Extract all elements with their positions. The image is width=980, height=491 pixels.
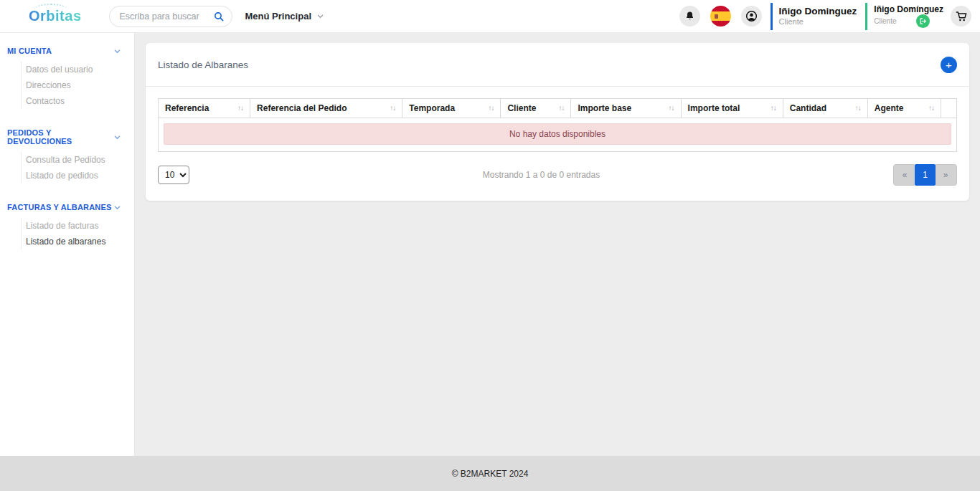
card-body: ↑↓Referencia ↑↓Referencia del Pedido ↑↓T… [146, 87, 969, 152]
logo[interactable]: Orbitas [29, 8, 82, 24]
column-header-cantidad[interactable]: ↑↓Cantidad [783, 99, 867, 118]
sort-icon: ↑↓ [928, 104, 934, 112]
sidebar-item-contactos[interactable]: Contactos [22, 93, 134, 109]
sidebar-item-datos-del-usuario[interactable]: Datos del usuario [22, 62, 134, 77]
sort-icon: ↑↓ [488, 104, 494, 112]
sort-icon: ↑↓ [855, 104, 861, 112]
impersonated-user-name: Iñigo Domínguez [874, 4, 943, 14]
column-header-temporada[interactable]: ↑↓Temporada [402, 99, 501, 118]
pagination-page-1-button[interactable]: 1 [915, 164, 936, 186]
cart-icon [956, 11, 967, 22]
user-name: Iñigo Dominguez [779, 6, 857, 17]
top-bar: Orbitas Menú Principal [0, 0, 980, 33]
account-button[interactable] [741, 6, 762, 27]
copyright-text: © B2MARKET 2024 [452, 469, 529, 479]
sort-icon: ↑↓ [558, 104, 564, 112]
language-flag-button[interactable] [710, 6, 731, 27]
empty-table-message: No hay datos disponibles [164, 123, 951, 145]
chevron-down-icon [113, 204, 121, 211]
card-footer: 10 Mostrando 1 a 0 de 0 entradas « 1 » [146, 152, 969, 201]
sidebar: MI CUENTA Datos del usuario Direcciones … [0, 33, 135, 456]
main-menu-label: Menú Principal [245, 11, 311, 22]
user-role: Cliente [779, 17, 857, 27]
main-content: Listado de Albaranes + ↑↓Referencia ↑↓Re… [135, 33, 980, 456]
column-header-referencia[interactable]: ↑↓Referencia [159, 99, 250, 118]
column-header-actions [941, 99, 956, 118]
main-menu-dropdown[interactable]: Menú Principal [245, 11, 324, 22]
search-input[interactable] [120, 11, 213, 22]
user-menu-secondary[interactable]: Iñigo Domínguez Cliente [874, 4, 943, 28]
sidebar-section-mi-cuenta: MI CUENTA Datos del usuario Direcciones … [0, 47, 134, 109]
pagination: « 1 » [893, 164, 957, 186]
page-title: Listado de Albaranes [158, 59, 248, 70]
pagination-prev-button[interactable]: « [893, 164, 916, 186]
spain-flag-icon [715, 14, 718, 19]
sidebar-item-listado-de-albaranes[interactable]: Listado de albaranes [22, 234, 134, 249]
sort-icon: ↑↓ [390, 104, 395, 112]
sidebar-section-pedidos: PEDIDOS Y DEVOLUCIONES Consulta de Pedid… [0, 128, 134, 183]
table-row: No hay datos disponibles [159, 118, 957, 152]
column-header-importe-base[interactable]: ↑↓Importe base [571, 99, 681, 118]
sidebar-item-listado-de-facturas[interactable]: Listado de facturas [22, 218, 134, 234]
notifications-button[interactable] [679, 6, 700, 27]
sidebar-item-listado-de-pedidos[interactable]: Listado de pedidos [22, 168, 134, 183]
column-header-agente[interactable]: ↑↓Agente [867, 99, 941, 118]
chevron-down-icon [113, 47, 121, 55]
sort-icon: ↑↓ [669, 104, 674, 112]
card-header: Listado de Albaranes + [146, 43, 969, 87]
sort-icon: ↑↓ [771, 104, 776, 112]
user-menu-primary[interactable]: Iñigo Dominguez Cliente [779, 6, 857, 27]
top-bar-actions: Iñigo Dominguez Cliente Iñigo Domínguez … [669, 3, 980, 30]
sidebar-section-toggle-facturas[interactable]: FACTURAS Y ALBARANES [0, 203, 134, 211]
albaranes-card: Listado de Albaranes + ↑↓Referencia ↑↓Re… [146, 43, 969, 201]
column-header-importe-total[interactable]: ↑↓Importe total [681, 99, 783, 118]
chevron-down-icon [316, 12, 324, 20]
chevron-down-icon [113, 133, 121, 141]
sidebar-items: Consulta de Pedidos Listado de pedidos [21, 152, 134, 183]
column-header-referencia-del-pedido[interactable]: ↑↓Referencia del Pedido [250, 99, 402, 118]
sidebar-section-toggle-pedidos[interactable]: PEDIDOS Y DEVOLUCIONES [0, 128, 134, 146]
pagination-info: Mostrando 1 a 0 de 0 entradas [189, 170, 893, 180]
column-header-cliente[interactable]: ↑↓Cliente [501, 99, 571, 118]
add-button[interactable]: + [941, 57, 957, 73]
search-icon[interactable] [213, 11, 225, 22]
sidebar-section-title: MI CUENTA [7, 47, 52, 55]
sidebar-section-title: PEDIDOS Y DEVOLUCIONES [7, 128, 113, 146]
search-box [109, 6, 232, 27]
page-size-select[interactable]: 10 [158, 166, 189, 184]
user-divider-blue [771, 3, 773, 30]
sidebar-item-direcciones[interactable]: Direcciones [22, 77, 134, 93]
bell-icon [684, 11, 695, 22]
pagination-next-button[interactable]: » [934, 164, 957, 186]
person-icon [745, 9, 758, 23]
table-header-row: ↑↓Referencia ↑↓Referencia del Pedido ↑↓T… [159, 99, 957, 118]
page-footer: © B2MARKET 2024 [0, 456, 980, 491]
impersonated-user-role: Cliente [874, 17, 896, 26]
sidebar-section-facturas: FACTURAS Y ALBARANES Listado de facturas… [0, 203, 134, 249]
sidebar-section-title: FACTURAS Y ALBARANES [7, 203, 112, 211]
sort-icon: ↑↓ [237, 104, 243, 112]
sidebar-items: Datos del usuario Direcciones Contactos [21, 62, 134, 109]
sidebar-items: Listado de facturas Listado de albaranes [21, 218, 134, 249]
user-divider-green [865, 3, 867, 30]
cart-button[interactable] [951, 6, 971, 27]
logout-button[interactable] [916, 14, 930, 28]
sidebar-section-toggle-mi-cuenta[interactable]: MI CUENTA [0, 47, 134, 55]
sidebar-item-consulta-de-pedidos[interactable]: Consulta de Pedidos [22, 152, 134, 168]
logo-arc [34, 4, 67, 15]
logout-icon [919, 17, 927, 25]
albaranes-table: ↑↓Referencia ↑↓Referencia del Pedido ↑↓T… [158, 98, 957, 152]
